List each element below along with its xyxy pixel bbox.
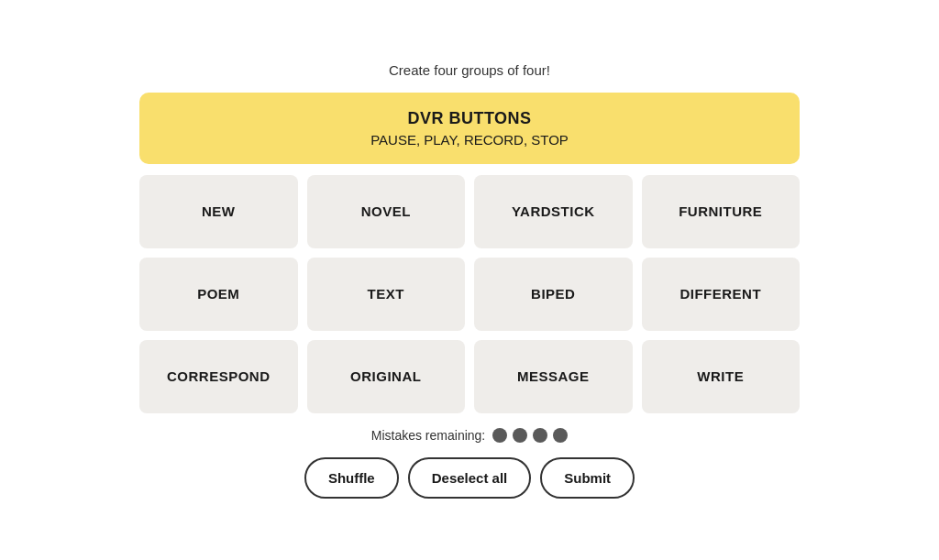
tile-8[interactable]: DIFFERENT bbox=[642, 258, 801, 331]
tile-text-3: YARDSTICK bbox=[512, 203, 595, 219]
tile-text-1: NEW bbox=[202, 203, 236, 219]
deselect-button[interactable]: Deselect all bbox=[408, 457, 532, 499]
tile-text-9: CORRESPOND bbox=[167, 368, 271, 384]
tile-text-2: NOVEL bbox=[361, 203, 411, 219]
mistake-dot-1 bbox=[492, 428, 507, 443]
mistakes-row: Mistakes remaining: bbox=[371, 428, 569, 443]
mistake-dot-2 bbox=[513, 428, 527, 443]
tile-9[interactable]: CORRESPOND bbox=[139, 340, 298, 413]
tile-12[interactable]: WRITE bbox=[642, 340, 801, 413]
tile-3[interactable]: YARDSTICK bbox=[474, 175, 633, 248]
submit-button[interactable]: Submit bbox=[540, 457, 635, 499]
solved-group: DVR BUTTONS PAUSE, PLAY, RECORD, STOP bbox=[139, 93, 800, 164]
tile-10[interactable]: ORIGINAL bbox=[307, 340, 466, 413]
solved-group-words: PAUSE, PLAY, RECORD, STOP bbox=[158, 132, 781, 148]
tile-text-6: TEXT bbox=[368, 286, 404, 302]
tile-5[interactable]: POEM bbox=[139, 258, 298, 331]
mistakes-label: Mistakes remaining: bbox=[371, 428, 486, 443]
buttons-row: Shuffle Deselect all Submit bbox=[304, 457, 635, 499]
instruction-text: Create four groups of four! bbox=[389, 62, 550, 78]
tile-text-7: BIPED bbox=[531, 286, 575, 302]
mistake-dot-4 bbox=[553, 428, 568, 443]
tile-4[interactable]: FURNITURE bbox=[642, 175, 801, 248]
shuffle-button[interactable]: Shuffle bbox=[304, 457, 399, 499]
tile-text-10: ORIGINAL bbox=[350, 368, 421, 384]
tile-6[interactable]: TEXT bbox=[307, 258, 466, 331]
tile-2[interactable]: NOVEL bbox=[307, 175, 466, 248]
tile-text-4: FURNITURE bbox=[679, 203, 762, 219]
tile-text-12: WRITE bbox=[697, 368, 744, 384]
solved-group-title: DVR BUTTONS bbox=[158, 109, 781, 128]
tile-7[interactable]: BIPED bbox=[474, 258, 633, 331]
tile-1[interactable]: NEW bbox=[139, 175, 298, 248]
mistakes-dots bbox=[492, 428, 568, 443]
tile-grid: NEWNOVELYARDSTICKFURNITUREPOEMTEXTBIPEDD… bbox=[139, 175, 800, 413]
game-container: Create four groups of four! DVR BUTTONS … bbox=[139, 62, 800, 499]
mistake-dot-3 bbox=[533, 428, 547, 443]
tile-text-11: MESSAGE bbox=[517, 368, 590, 384]
tile-text-5: POEM bbox=[197, 286, 239, 302]
tile-11[interactable]: MESSAGE bbox=[474, 340, 633, 413]
tile-text-8: DIFFERENT bbox=[679, 286, 761, 302]
